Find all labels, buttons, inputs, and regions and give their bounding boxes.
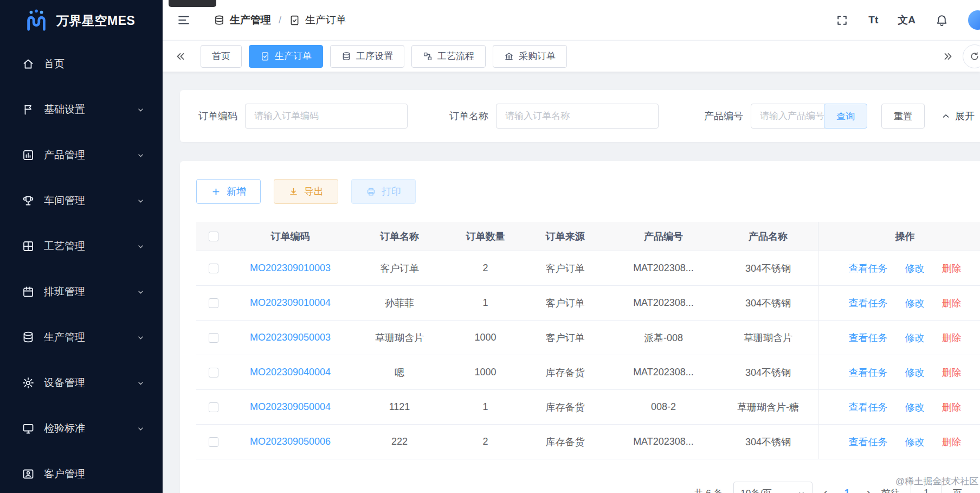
order-code-link[interactable]: MO202309040004 (250, 367, 331, 378)
chevron-down-icon (136, 105, 145, 114)
database-icon (341, 52, 351, 61)
sidebar-item-production-management[interactable]: 生产管理 (0, 315, 163, 360)
order-name-cell: 1121 (350, 390, 449, 424)
edit-link[interactable]: 修改 (905, 436, 925, 449)
row-checkbox[interactable] (209, 298, 218, 308)
tab-production-order[interactable]: 生产订单 (249, 45, 323, 68)
watermark: @稀土掘金技术社区 (895, 475, 978, 488)
edit-link[interactable]: 修改 (905, 331, 925, 344)
edit-link[interactable]: 修改 (905, 401, 925, 414)
order-name-input[interactable] (496, 104, 659, 129)
export-button[interactable]: 导出 (274, 179, 338, 204)
order-code-link[interactable]: MO202309010004 (250, 297, 331, 309)
view-tasks-link[interactable]: 查看任务 (849, 297, 888, 310)
calendar-icon (22, 285, 35, 298)
delete-link[interactable]: 删除 (942, 262, 962, 275)
tab-process-flow[interactable]: 工艺流程 (411, 45, 486, 68)
order-name-cell: 孙菲菲 (350, 286, 449, 320)
tab-purchase-order[interactable]: 采购订单 (493, 45, 567, 68)
breadcrumb-production-management[interactable]: 生产管理 (214, 13, 271, 27)
row-checkbox[interactable] (209, 333, 218, 343)
order-code-input[interactable] (245, 104, 408, 129)
tab-home[interactable]: 首页 (201, 45, 242, 68)
refresh-icon[interactable] (963, 44, 980, 68)
user-avatar[interactable] (968, 10, 980, 30)
expand-toggle[interactable]: 展开 (941, 110, 975, 123)
delete-link[interactable]: 删除 (942, 436, 962, 449)
view-tasks-link[interactable]: 查看任务 (849, 401, 888, 414)
view-tasks-link[interactable]: 查看任务 (849, 331, 888, 344)
column-header: 产品编号 (609, 222, 718, 251)
orders-table: 订单编码 订单名称 订单数量 订单来源 产品编号 产品名称 操作 MO20230… (196, 222, 980, 459)
page: 万界星空MES 首页 基础设置 (0, 0, 980, 493)
tab-label: 首页 (212, 50, 230, 62)
breadcrumb-label: 生产订单 (305, 13, 346, 27)
translate-icon[interactable]: 文A (898, 13, 915, 27)
fullscreen-icon[interactable] (835, 14, 849, 27)
add-button[interactable]: 新增 (196, 179, 261, 204)
column-header: 产品名称 (718, 222, 818, 251)
order-source-cell: 库存备货 (521, 425, 609, 459)
row-checkbox[interactable] (209, 437, 218, 447)
view-tasks-link[interactable]: 查看任务 (849, 436, 888, 449)
goto-label: 前往 (881, 487, 900, 493)
row-checkbox[interactable] (209, 368, 218, 377)
id-card-icon (22, 468, 35, 481)
sidebar-item-scheduling-management[interactable]: 排班管理 (0, 269, 163, 315)
order-code-link[interactable]: MO202309050004 (250, 401, 331, 413)
sidebar-item-product-management[interactable]: 产品管理 (0, 132, 163, 178)
delete-link[interactable]: 删除 (942, 366, 962, 379)
table-row: MO202309050004 1121 1 库存备货 008-2 草珊瑚含片-糖… (196, 390, 980, 425)
pagination-prev-button[interactable]: ‹ (823, 486, 827, 493)
page-size-value: 10条/页 (740, 487, 772, 493)
select-all-checkbox[interactable] (209, 232, 218, 241)
row-checkbox[interactable] (209, 264, 218, 273)
edit-link[interactable]: 修改 (905, 262, 925, 275)
expand-label: 展开 (955, 110, 975, 123)
chevron-down-icon (136, 424, 145, 433)
order-source-cell: 库存备货 (521, 390, 609, 424)
tab-process-settings[interactable]: 工序设置 (330, 45, 404, 68)
order-code-link[interactable]: MO202309050006 (250, 436, 331, 447)
order-qty-cell: 1 (449, 390, 521, 424)
sidebar-item-equipment-management[interactable]: 设备管理 (0, 360, 163, 406)
pagination-next-button[interactable]: › (867, 486, 871, 493)
order-code-link[interactable]: MO202309010003 (250, 262, 331, 274)
sidebar-item-customer-management[interactable]: 客户管理 (0, 451, 163, 493)
tabs-scroll-right-button[interactable] (942, 50, 954, 62)
order-table-panel: 新增 导出 打印 订单编码 订单名称 订单数量 订单来源 (180, 161, 980, 493)
edit-link[interactable]: 修改 (905, 366, 925, 379)
row-checkbox[interactable] (209, 402, 218, 412)
collapse-sidebar-button[interactable] (177, 13, 191, 27)
chevron-down-icon (797, 489, 805, 493)
database-icon (214, 15, 225, 26)
delete-link[interactable]: 删除 (942, 401, 962, 414)
reset-button[interactable]: 重置 (881, 104, 925, 129)
sidebar-item-home[interactable]: 首页 (0, 41, 163, 87)
search-button[interactable]: 查询 (824, 104, 867, 129)
order-code-link[interactable]: MO202309050003 (250, 332, 331, 343)
sidebar-item-process-management[interactable]: 工艺管理 (0, 223, 163, 269)
delete-link[interactable]: 删除 (942, 297, 962, 310)
edit-link[interactable]: 修改 (905, 297, 925, 310)
sidebar-menu: 首页 基础设置 产品管理 (0, 41, 163, 493)
print-button[interactable]: 打印 (351, 179, 416, 204)
sidebar-item-label: 产品管理 (44, 148, 85, 162)
sidebar-item-workshop-management[interactable]: 车间管理 (0, 178, 163, 223)
view-tasks-link[interactable]: 查看任务 (849, 366, 888, 379)
pagination-total: 共 6 条 (694, 487, 723, 493)
view-tasks-link[interactable]: 查看任务 (849, 262, 888, 275)
page-size-select[interactable]: 10条/页 (733, 482, 813, 493)
sidebar-item-inspection-standards[interactable]: 检验标准 (0, 406, 163, 451)
tab-label: 工序设置 (356, 50, 393, 62)
table-row: MO202309010004 孙菲菲 1 客户订单 MAT202308... 3… (196, 286, 980, 321)
sidebar-item-basic-settings[interactable]: 基础设置 (0, 87, 163, 132)
column-header: 订单名称 (350, 222, 449, 251)
tabs-scroll-left-button[interactable] (175, 50, 186, 62)
delete-link[interactable]: 删除 (942, 331, 962, 344)
topbar: 生产管理 / 生产订单 Tt 文A (163, 0, 980, 40)
monitor-icon (22, 422, 35, 435)
pagination-page-1[interactable]: 1 (839, 488, 856, 493)
bell-icon[interactable] (935, 14, 949, 27)
font-size-icon[interactable]: Tt (868, 14, 878, 26)
